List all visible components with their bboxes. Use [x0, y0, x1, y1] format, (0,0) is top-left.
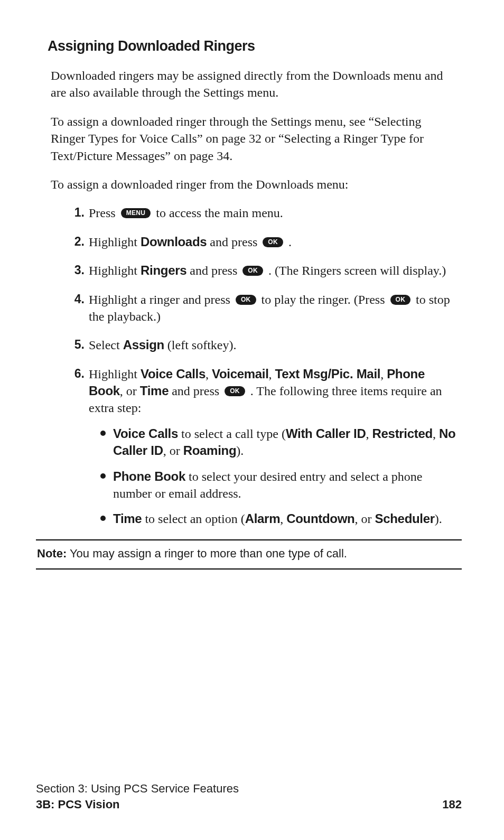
step-number: 1.	[68, 204, 85, 221]
intro-paragraph-1: Downloaded ringers may be assigned direc…	[51, 67, 459, 101]
bullet-text: ,	[280, 512, 286, 526]
step-text: ,	[380, 367, 387, 381]
step-text: , or	[120, 384, 140, 398]
step-number: 5.	[68, 337, 85, 353]
footer-section: Section 3: Using PCS Service Features	[36, 782, 462, 796]
step-4: 4. Highlight a ringer and press OK to pl…	[73, 291, 459, 325]
bold-text: Restricted	[372, 426, 433, 441]
step-text: Highlight	[89, 264, 141, 277]
bold-text: Text Msg/Pic. Mail	[275, 367, 381, 381]
step-text: Press	[89, 206, 119, 220]
bold-text: Alarm	[245, 511, 281, 526]
step-text: to access the main menu.	[153, 206, 283, 220]
step-text: (left softkey).	[164, 338, 237, 352]
bold-text: Countdown	[286, 511, 354, 526]
ok-button-icon: OK	[225, 386, 245, 396]
sub-bullets: Voice Calls to select a call type (With …	[98, 425, 459, 528]
bold-text: Voicemail	[212, 367, 269, 381]
step-text: to play the ringer. (Press	[258, 293, 388, 306]
step-5: 5. Select Assign (left softkey).	[73, 337, 459, 353]
bullet-text: , or	[354, 512, 375, 526]
bold-text: Assign	[123, 338, 164, 352]
step-text: Highlight	[89, 367, 141, 381]
bullet-text: ,	[433, 427, 439, 441]
bullet-text: ).	[236, 444, 244, 458]
footer-sub: 3B: PCS Vision	[36, 798, 120, 811]
bold-text: Scheduler	[375, 511, 434, 526]
bullet-voice-calls: Voice Calls to select a call type (With …	[98, 425, 459, 460]
bullet-text: to select an option (	[142, 512, 245, 526]
note-box: Note: You may assign a ringer to more th…	[36, 539, 462, 570]
page-footer: Section 3: Using PCS Service Features 3B…	[36, 782, 462, 811]
step-number: 6.	[68, 366, 85, 382]
step-text: and press	[186, 264, 240, 277]
document-page: Assigning Downloaded Ringers Downloaded …	[0, 0, 504, 840]
bullet-time: Time to select an option (Alarm, Countdo…	[98, 510, 459, 527]
bold-text: Roaming	[183, 443, 237, 458]
bold-text: Phone Book	[113, 469, 185, 483]
step-number: 2.	[68, 234, 85, 250]
step-text: ,	[206, 367, 212, 381]
heading: Assigning Downloaded Ringers	[48, 38, 462, 54]
step-text: .	[285, 235, 292, 249]
bold-text: Ringers	[141, 263, 186, 277]
page-number: 182	[442, 798, 462, 811]
bold-text: Time	[140, 384, 169, 398]
step-text: Select	[89, 338, 123, 352]
bold-text: Downloads	[141, 235, 207, 249]
step-text: . (The Ringers screen will display.)	[265, 264, 446, 277]
step-number: 3.	[68, 262, 85, 278]
ok-button-icon: OK	[263, 237, 283, 247]
intro-paragraph-3: To assign a downloaded ringer from the D…	[51, 176, 459, 193]
step-text: Highlight a ringer and press	[89, 293, 234, 306]
bold-text: Time	[113, 511, 142, 526]
bold-text: Voice Calls	[141, 367, 206, 381]
intro-paragraph-2: To assign a downloaded ringer through th…	[51, 113, 459, 164]
bold-text: Voice Calls	[113, 426, 178, 441]
bold-text: With Caller ID	[286, 426, 366, 441]
note-label: Note:	[37, 547, 67, 560]
step-3: 3. Highlight Ringers and press OK . (The…	[73, 262, 459, 279]
bullet-text: ).	[435, 512, 442, 526]
steps-list: 1. Press MENU to access the main menu. 2…	[73, 204, 459, 527]
note-text: You may assign a ringer to more than one…	[67, 547, 347, 560]
menu-button-icon: MENU	[121, 208, 151, 218]
ok-button-icon: OK	[242, 266, 263, 276]
step-2: 2. Highlight Downloads and press OK .	[73, 234, 459, 250]
step-text: Highlight	[89, 235, 141, 249]
step-text: and press	[169, 384, 222, 398]
bullet-text: ,	[366, 427, 372, 441]
bullet-text: to select a call type (	[178, 427, 286, 441]
bullet-phone-book: Phone Book to select your desired entry …	[98, 468, 459, 502]
step-number: 4.	[68, 291, 85, 307]
step-text: and press	[207, 235, 260, 249]
ok-button-icon: OK	[236, 295, 256, 305]
step-6: 6. Highlight Voice Calls, Voicemail, Tex…	[73, 366, 459, 528]
bullet-text: , or	[163, 444, 183, 458]
step-1: 1. Press MENU to access the main menu.	[73, 204, 459, 221]
step-text: ,	[269, 367, 275, 381]
ok-button-icon: OK	[390, 295, 411, 305]
